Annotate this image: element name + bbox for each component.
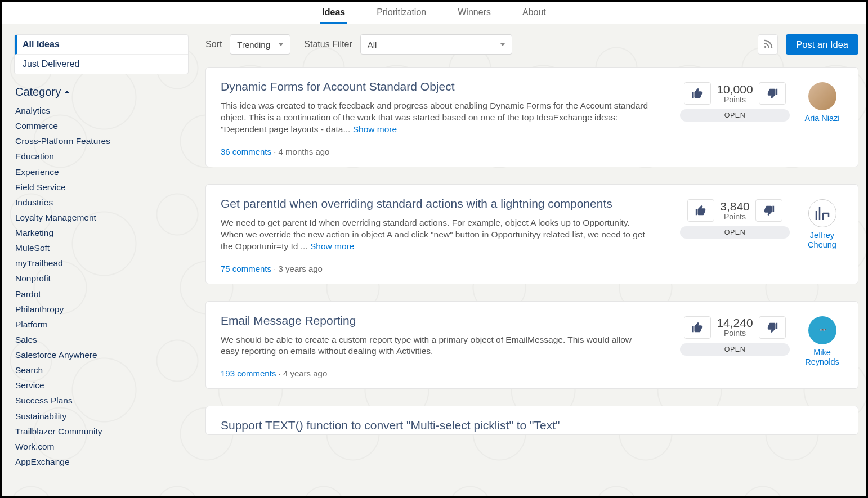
- filter-bar: Sort Trending Status Filter All Post an …: [205, 34, 858, 55]
- category-item[interactable]: Pardot: [15, 286, 187, 302]
- tab-prioritization[interactable]: Prioritization: [374, 2, 428, 24]
- thumbs-up-icon: [691, 87, 704, 100]
- tab-winners[interactable]: Winners: [455, 2, 493, 24]
- points-value: 14,240: [717, 316, 753, 329]
- idea-card: Email Message Reporting We should be abl…: [205, 301, 858, 389]
- status-filter-label: Status Filter: [304, 39, 352, 50]
- sort-value: Trending: [237, 40, 270, 50]
- category-toggle[interactable]: Category: [14, 80, 189, 102]
- upvote-button[interactable]: [687, 199, 714, 222]
- comments-link[interactable]: 193 comments: [221, 369, 276, 378]
- rss-button[interactable]: [758, 34, 778, 55]
- post-idea-button[interactable]: Post an Idea: [786, 34, 858, 55]
- idea-card: Dynamic Forms for Account Standard Objec…: [205, 67, 858, 167]
- idea-card: Get parentId when overriding standard ac…: [205, 184, 858, 284]
- category-list: Analytics Commerce Cross-Platform Featur…: [14, 102, 189, 470]
- idea-body: We need to get parent Id when overriding…: [221, 217, 650, 253]
- thumbs-down-icon: [766, 87, 778, 100]
- category-item[interactable]: Industries: [15, 195, 187, 210]
- avatar[interactable]: [808, 199, 836, 227]
- points-label: Points: [717, 329, 753, 338]
- category-item[interactable]: Commerce: [15, 118, 187, 133]
- category-item[interactable]: AppExchange: [15, 454, 187, 469]
- thumbs-down-icon: [763, 204, 775, 217]
- category-item[interactable]: Work.com: [15, 439, 187, 454]
- show-more-link[interactable]: Show more: [310, 241, 354, 251]
- category-item[interactable]: Field Service: [15, 180, 187, 195]
- author-link[interactable]: Mike Reynolds: [801, 348, 843, 367]
- comments-link[interactable]: 75 comments: [221, 264, 271, 273]
- divider: [666, 80, 666, 156]
- category-item[interactable]: Success Plans: [15, 393, 187, 408]
- category-header-label: Category: [15, 86, 61, 98]
- category-item[interactable]: myTrailhead: [15, 255, 187, 271]
- upvote-button[interactable]: [684, 82, 711, 105]
- category-item[interactable]: Cross-Platform Features: [15, 133, 187, 149]
- status-filter-select[interactable]: All: [360, 34, 512, 55]
- idea-age: 3 years ago: [279, 264, 323, 273]
- idea-title[interactable]: Support TEXT() function to convert "Mult…: [221, 419, 832, 432]
- category-item[interactable]: Experience: [15, 164, 187, 180]
- category-item[interactable]: Salesforce Anywhere: [15, 347, 187, 362]
- points-value: 3,840: [720, 200, 750, 213]
- svg-point-0: [764, 46, 766, 48]
- category-item[interactable]: MuleSoft: [15, 240, 187, 255]
- status-badge: OPEN: [680, 343, 790, 356]
- rss-icon: [763, 39, 773, 50]
- caret-up-icon: [64, 91, 70, 93]
- status-badge: OPEN: [680, 109, 790, 122]
- idea-title[interactable]: Dynamic Forms for Account Standard Objec…: [221, 80, 650, 93]
- tab-ideas[interactable]: Ideas: [320, 2, 347, 24]
- category-item[interactable]: Sustainability: [15, 409, 187, 424]
- thumbs-up-icon: [691, 321, 704, 334]
- idea-age: 4 months ago: [279, 147, 330, 156]
- status-badge: OPEN: [680, 226, 790, 239]
- points-label: Points: [720, 213, 750, 221]
- idea-meta: 75 comments · 3 years ago: [221, 264, 650, 273]
- idea-meta: 193 comments · 4 years ago: [221, 369, 650, 378]
- idea-body: We should be able to create a custom rep…: [221, 334, 650, 358]
- status-filter-value: All: [368, 40, 377, 50]
- upvote-button[interactable]: [684, 316, 711, 339]
- downvote-button[interactable]: [759, 316, 786, 339]
- downvote-button[interactable]: [755, 199, 782, 222]
- chevron-down-icon: [279, 43, 283, 46]
- idea-title[interactable]: Get parentId when overriding standard ac…: [221, 197, 650, 210]
- category-item[interactable]: Trailblazer Community: [15, 424, 187, 439]
- sort-label: Sort: [205, 39, 222, 50]
- idea-body: This idea was created to track feedback …: [221, 100, 650, 136]
- category-item[interactable]: Nonprofit: [15, 271, 187, 286]
- avatar[interactable]: [808, 82, 836, 110]
- sidebar: All Ideas Just Delivered Category Analyt…: [14, 34, 189, 496]
- idea-title[interactable]: Email Message Reporting: [221, 314, 650, 327]
- sidebar-item-all-ideas[interactable]: All Ideas: [15, 35, 188, 55]
- logo-icon: [813, 205, 832, 221]
- show-more-link[interactable]: Show more: [353, 124, 397, 134]
- thumbs-up-icon: [695, 204, 707, 217]
- sidebar-item-just-delivered[interactable]: Just Delivered: [15, 55, 188, 74]
- avatar[interactable]: 👓: [808, 316, 836, 344]
- category-item[interactable]: Loyalty Management: [15, 210, 187, 225]
- category-item[interactable]: Analytics: [15, 103, 187, 118]
- main-content: Sort Trending Status Filter All Post an …: [205, 34, 858, 496]
- category-item[interactable]: Marketing: [15, 225, 187, 240]
- sidebar-top-box: All Ideas Just Delivered: [14, 34, 189, 74]
- idea-list: Dynamic Forms for Account Standard Objec…: [205, 67, 858, 435]
- category-item[interactable]: Education: [15, 149, 187, 164]
- downvote-button[interactable]: [759, 82, 786, 105]
- category-item[interactable]: Platform: [15, 317, 187, 332]
- author-link[interactable]: Aria Niazi: [804, 114, 839, 123]
- thumbs-down-icon: [766, 321, 778, 334]
- category-item[interactable]: Sales: [15, 332, 187, 347]
- tab-about[interactable]: About: [520, 2, 548, 24]
- category-item[interactable]: Philanthropy: [15, 302, 187, 317]
- sort-select[interactable]: Trending: [230, 34, 290, 55]
- author-link[interactable]: Jeffrey Cheung: [801, 231, 843, 250]
- top-nav: Ideas Prioritization Winners About: [2, 2, 866, 24]
- comments-link[interactable]: 36 comments: [221, 147, 271, 156]
- idea-meta: 36 comments · 4 months ago: [221, 147, 650, 156]
- divider: [666, 197, 666, 273]
- divider: [666, 314, 666, 379]
- category-item[interactable]: Service: [15, 378, 187, 393]
- category-item[interactable]: Search: [15, 362, 187, 378]
